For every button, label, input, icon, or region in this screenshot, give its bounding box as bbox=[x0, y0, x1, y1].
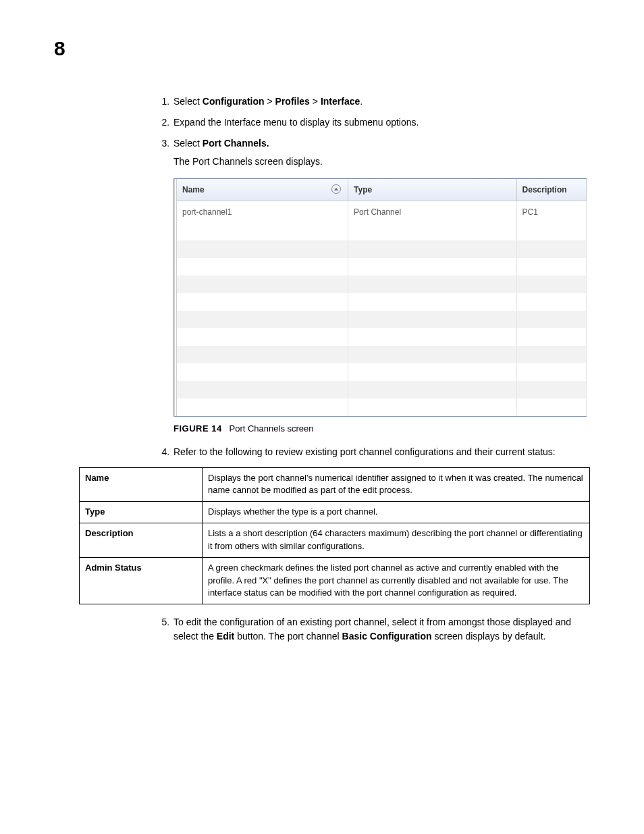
table-row-empty bbox=[176, 240, 587, 258]
table-row-empty bbox=[176, 346, 587, 363]
port-channels-screenshot: Name Type Description port-channel1 Port… bbox=[173, 178, 587, 417]
column-header-type[interactable]: Type bbox=[348, 179, 516, 201]
step-3: Select Port Channels. The Port Channels … bbox=[172, 136, 587, 436]
table-row-empty bbox=[176, 398, 587, 416]
table-row-empty bbox=[176, 293, 587, 311]
column-header-name[interactable]: Name bbox=[176, 179, 348, 201]
table-row-empty bbox=[176, 328, 587, 346]
step-5: To edit the configuration of an existing… bbox=[172, 615, 587, 644]
cell-description: PC1 bbox=[516, 201, 586, 224]
definition-row-admin-status: Admin Status A green checkmark defines t… bbox=[80, 557, 590, 604]
definition-row-type: Type Displays whether the type is a port… bbox=[80, 502, 590, 523]
step-5-t2: button. The port channel bbox=[234, 631, 342, 642]
figure-caption: FIGURE 14 Port Channels screen bbox=[173, 422, 587, 436]
figure-label: FIGURE 14 bbox=[173, 423, 222, 434]
table-row-empty bbox=[176, 381, 587, 398]
table-row-empty bbox=[176, 276, 587, 293]
definition-desc: A green checkmark defines the listed por… bbox=[203, 557, 590, 604]
step-2: Expand the Interface menu to display its… bbox=[172, 115, 587, 130]
step-1-bold-configuration: Configuration bbox=[203, 96, 265, 107]
table-row[interactable]: port-channel1 Port Channel PC1 bbox=[176, 201, 587, 224]
table-row-empty bbox=[176, 311, 587, 328]
column-header-description[interactable]: Description bbox=[516, 179, 586, 201]
figure-caption-text: Port Channels screen bbox=[230, 423, 314, 434]
definition-term: Type bbox=[80, 502, 203, 523]
column-header-name-label: Name bbox=[182, 185, 205, 194]
table-row-empty bbox=[176, 258, 587, 276]
definitions-table: Name Displays the port channel's numeric… bbox=[79, 467, 590, 605]
step-5-t3: screen displays by default. bbox=[432, 631, 546, 642]
port-channels-table: Name Type Description port-channel1 Port… bbox=[174, 179, 587, 416]
main-content: Select Configuration > Profiles > Interf… bbox=[152, 95, 587, 644]
step-1: Select Configuration > Profiles > Interf… bbox=[172, 95, 587, 109]
page: 8 Select Configuration > Profiles > Inte… bbox=[0, 0, 644, 834]
step-1-bold-interface: Interface bbox=[321, 96, 360, 107]
step-3-prefix: Select bbox=[173, 138, 203, 149]
step-1-bold-profiles: Profiles bbox=[275, 96, 310, 107]
step-4-text: Refer to the following to review existin… bbox=[173, 446, 556, 457]
step-1-suffix: . bbox=[360, 96, 363, 107]
table-row-empty bbox=[176, 223, 587, 240]
step-1-text: Select bbox=[173, 96, 203, 107]
definition-term: Admin Status bbox=[80, 557, 203, 604]
definition-row-name: Name Displays the port channel's numeric… bbox=[80, 467, 590, 502]
step-4: Refer to the following to review existin… bbox=[172, 445, 587, 605]
definition-term: Name bbox=[80, 467, 203, 502]
table-row-empty bbox=[176, 363, 587, 381]
step-1-sep1: > bbox=[265, 96, 275, 107]
step-5-bold-basic-configuration: Basic Configuration bbox=[342, 631, 432, 642]
definition-desc: Lists a a short description (64 characte… bbox=[203, 523, 590, 558]
definition-term: Description bbox=[80, 523, 203, 558]
cell-type: Port Channel bbox=[348, 201, 516, 224]
step-1-sep2: > bbox=[310, 96, 321, 107]
step-5-bold-edit: Edit bbox=[217, 631, 234, 642]
step-3-bold-port-channels: Port Channels. bbox=[203, 138, 269, 149]
definition-desc: Displays the port channel's numerical id… bbox=[203, 467, 590, 502]
sort-ascending-icon[interactable] bbox=[331, 184, 341, 194]
step-list: Select Configuration > Profiles > Interf… bbox=[152, 95, 587, 644]
page-number: 8 bbox=[54, 37, 65, 60]
step-3-sub: The Port Channels screen displays. bbox=[173, 155, 587, 169]
cell-name: port-channel1 bbox=[176, 201, 348, 224]
definition-desc: Displays whether the type is a port chan… bbox=[203, 502, 590, 523]
definition-row-description: Description Lists a a short description … bbox=[80, 523, 590, 558]
